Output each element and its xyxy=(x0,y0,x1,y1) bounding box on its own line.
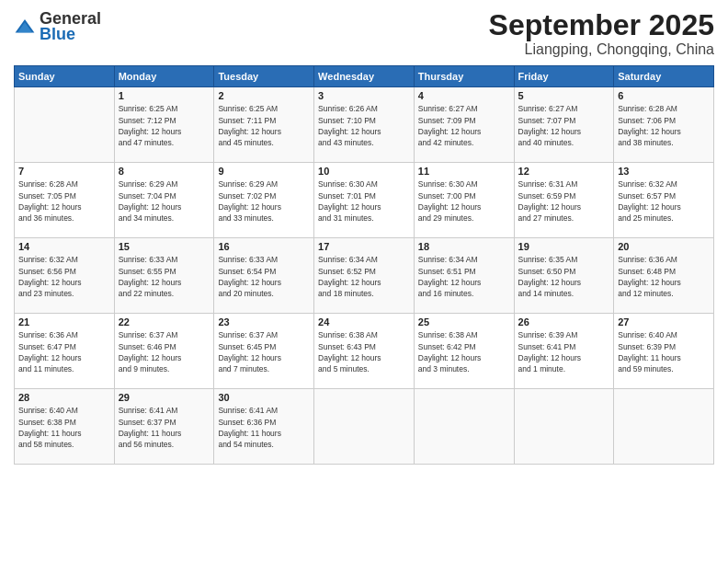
day-number: 3 xyxy=(318,90,410,101)
day-info: Sunrise: 6:36 AM Sunset: 6:48 PM Dayligh… xyxy=(618,254,710,299)
header-saturday: Saturday xyxy=(614,66,714,87)
day-number: 19 xyxy=(518,241,610,252)
table-row: 14Sunrise: 6:32 AM Sunset: 6:56 PM Dayli… xyxy=(15,238,115,314)
table-row: 16Sunrise: 6:33 AM Sunset: 6:54 PM Dayli… xyxy=(214,238,314,314)
day-info: Sunrise: 6:30 AM Sunset: 7:00 PM Dayligh… xyxy=(418,178,510,224)
page: General Blue September 2025 Liangping, C… xyxy=(0,0,728,563)
day-number: 15 xyxy=(119,241,210,252)
day-number: 23 xyxy=(218,316,310,327)
day-number: 4 xyxy=(418,90,510,101)
table-row: 7Sunrise: 6:28 AM Sunset: 7:05 PM Daylig… xyxy=(15,163,115,238)
day-info: Sunrise: 6:31 AM Sunset: 6:59 PM Dayligh… xyxy=(518,178,610,224)
header-tuesday: Tuesday xyxy=(214,66,314,87)
day-info: Sunrise: 6:25 AM Sunset: 7:12 PM Dayligh… xyxy=(119,103,210,148)
table-row: 13Sunrise: 6:32 AM Sunset: 6:57 PM Dayli… xyxy=(614,163,714,238)
table-row: 30Sunrise: 6:41 AM Sunset: 6:36 PM Dayli… xyxy=(214,389,314,465)
day-number: 5 xyxy=(518,90,610,101)
table-row xyxy=(514,389,614,465)
day-info: Sunrise: 6:32 AM Sunset: 6:56 PM Dayligh… xyxy=(18,254,110,299)
header: General Blue September 2025 Liangping, C… xyxy=(14,9,714,58)
month-title: September 2025 xyxy=(489,9,714,41)
day-number: 12 xyxy=(518,166,610,177)
day-info: Sunrise: 6:41 AM Sunset: 6:36 PM Dayligh… xyxy=(218,405,310,450)
day-info: Sunrise: 6:34 AM Sunset: 6:52 PM Dayligh… xyxy=(318,254,410,299)
table-row: 2Sunrise: 6:25 AM Sunset: 7:11 PM Daylig… xyxy=(214,87,314,163)
table-row: 6Sunrise: 6:28 AM Sunset: 7:06 PM Daylig… xyxy=(614,87,714,163)
table-row: 28Sunrise: 6:40 AM Sunset: 6:38 PM Dayli… xyxy=(15,389,115,465)
header-monday: Monday xyxy=(114,66,214,87)
day-number: 20 xyxy=(618,241,710,252)
day-info: Sunrise: 6:28 AM Sunset: 7:06 PM Dayligh… xyxy=(618,103,710,148)
week-row-3: 14Sunrise: 6:32 AM Sunset: 6:56 PM Dayli… xyxy=(15,238,714,314)
location-title: Liangping, Chongqing, China xyxy=(489,41,714,58)
table-row: 18Sunrise: 6:34 AM Sunset: 6:51 PM Dayli… xyxy=(414,238,514,314)
table-row: 11Sunrise: 6:30 AM Sunset: 7:00 PM Dayli… xyxy=(414,163,514,238)
title-block: September 2025 Liangping, Chongqing, Chi… xyxy=(489,9,714,58)
table-row: 26Sunrise: 6:39 AM Sunset: 6:41 PM Dayli… xyxy=(514,314,614,389)
day-info: Sunrise: 6:29 AM Sunset: 7:04 PM Dayligh… xyxy=(119,178,210,224)
table-row: 12Sunrise: 6:31 AM Sunset: 6:59 PM Dayli… xyxy=(514,163,614,238)
calendar-table: Sunday Monday Tuesday Wednesday Thursday… xyxy=(14,65,714,465)
week-row-4: 21Sunrise: 6:36 AM Sunset: 6:47 PM Dayli… xyxy=(15,314,714,389)
table-row: 9Sunrise: 6:29 AM Sunset: 7:02 PM Daylig… xyxy=(214,163,314,238)
table-row: 22Sunrise: 6:37 AM Sunset: 6:46 PM Dayli… xyxy=(114,314,214,389)
day-info: Sunrise: 6:32 AM Sunset: 6:57 PM Dayligh… xyxy=(618,178,710,224)
day-number: 10 xyxy=(318,166,410,177)
day-number: 16 xyxy=(218,241,310,252)
day-number: 29 xyxy=(119,392,210,403)
day-info: Sunrise: 6:37 AM Sunset: 6:45 PM Dayligh… xyxy=(218,329,310,374)
day-number: 22 xyxy=(119,316,210,327)
day-info: Sunrise: 6:27 AM Sunset: 7:07 PM Dayligh… xyxy=(518,103,610,148)
week-row-1: 1Sunrise: 6:25 AM Sunset: 7:12 PM Daylig… xyxy=(15,87,714,163)
header-thursday: Thursday xyxy=(414,66,514,87)
table-row: 29Sunrise: 6:41 AM Sunset: 6:37 PM Dayli… xyxy=(114,389,214,465)
weekday-header-row: Sunday Monday Tuesday Wednesday Thursday… xyxy=(15,66,714,87)
table-row xyxy=(614,389,714,465)
table-row: 3Sunrise: 6:26 AM Sunset: 7:10 PM Daylig… xyxy=(314,87,415,163)
week-row-2: 7Sunrise: 6:28 AM Sunset: 7:05 PM Daylig… xyxy=(15,163,714,238)
header-wednesday: Wednesday xyxy=(314,66,415,87)
day-number: 9 xyxy=(218,166,310,177)
day-number: 7 xyxy=(18,166,110,177)
day-number: 24 xyxy=(318,316,410,327)
day-number: 30 xyxy=(218,392,310,403)
table-row: 20Sunrise: 6:36 AM Sunset: 6:48 PM Dayli… xyxy=(614,238,714,314)
day-info: Sunrise: 6:26 AM Sunset: 7:10 PM Dayligh… xyxy=(318,103,410,148)
day-number: 18 xyxy=(418,241,510,252)
table-row: 19Sunrise: 6:35 AM Sunset: 6:50 PM Dayli… xyxy=(514,238,614,314)
day-number: 28 xyxy=(18,392,110,403)
table-row: 24Sunrise: 6:38 AM Sunset: 6:43 PM Dayli… xyxy=(314,314,415,389)
day-number: 21 xyxy=(18,316,110,327)
day-info: Sunrise: 6:35 AM Sunset: 6:50 PM Dayligh… xyxy=(518,254,610,299)
day-number: 2 xyxy=(218,90,310,101)
day-number: 17 xyxy=(318,241,410,252)
table-row: 17Sunrise: 6:34 AM Sunset: 6:52 PM Dayli… xyxy=(314,238,415,314)
table-row: 27Sunrise: 6:40 AM Sunset: 6:39 PM Dayli… xyxy=(614,314,714,389)
day-number: 13 xyxy=(618,166,710,177)
day-number: 25 xyxy=(418,316,510,327)
table-row: 23Sunrise: 6:37 AM Sunset: 6:45 PM Dayli… xyxy=(214,314,314,389)
header-friday: Friday xyxy=(514,66,614,87)
day-number: 11 xyxy=(418,166,510,177)
day-info: Sunrise: 6:28 AM Sunset: 7:05 PM Dayligh… xyxy=(18,178,110,224)
table-row: 4Sunrise: 6:27 AM Sunset: 7:09 PM Daylig… xyxy=(414,87,514,163)
table-row: 1Sunrise: 6:25 AM Sunset: 7:12 PM Daylig… xyxy=(114,87,214,163)
day-info: Sunrise: 6:40 AM Sunset: 6:39 PM Dayligh… xyxy=(618,329,710,374)
day-info: Sunrise: 6:38 AM Sunset: 6:42 PM Dayligh… xyxy=(418,329,510,374)
logo-blue: Blue xyxy=(40,25,101,44)
day-number: 26 xyxy=(518,316,610,327)
day-info: Sunrise: 6:30 AM Sunset: 7:01 PM Dayligh… xyxy=(318,178,410,224)
table-row: 25Sunrise: 6:38 AM Sunset: 6:42 PM Dayli… xyxy=(414,314,514,389)
week-row-5: 28Sunrise: 6:40 AM Sunset: 6:38 PM Dayli… xyxy=(15,389,714,465)
day-info: Sunrise: 6:38 AM Sunset: 6:43 PM Dayligh… xyxy=(318,329,410,374)
table-row xyxy=(414,389,514,465)
day-info: Sunrise: 6:27 AM Sunset: 7:09 PM Dayligh… xyxy=(418,103,510,148)
table-row: 15Sunrise: 6:33 AM Sunset: 6:55 PM Dayli… xyxy=(114,238,214,314)
table-row: 21Sunrise: 6:36 AM Sunset: 6:47 PM Dayli… xyxy=(15,314,115,389)
day-info: Sunrise: 6:36 AM Sunset: 6:47 PM Dayligh… xyxy=(18,329,110,374)
logo-text: General Blue xyxy=(40,9,101,44)
table-row: 5Sunrise: 6:27 AM Sunset: 7:07 PM Daylig… xyxy=(514,87,614,163)
day-number: 6 xyxy=(618,90,710,101)
day-number: 1 xyxy=(119,90,210,101)
table-row: 10Sunrise: 6:30 AM Sunset: 7:01 PM Dayli… xyxy=(314,163,415,238)
